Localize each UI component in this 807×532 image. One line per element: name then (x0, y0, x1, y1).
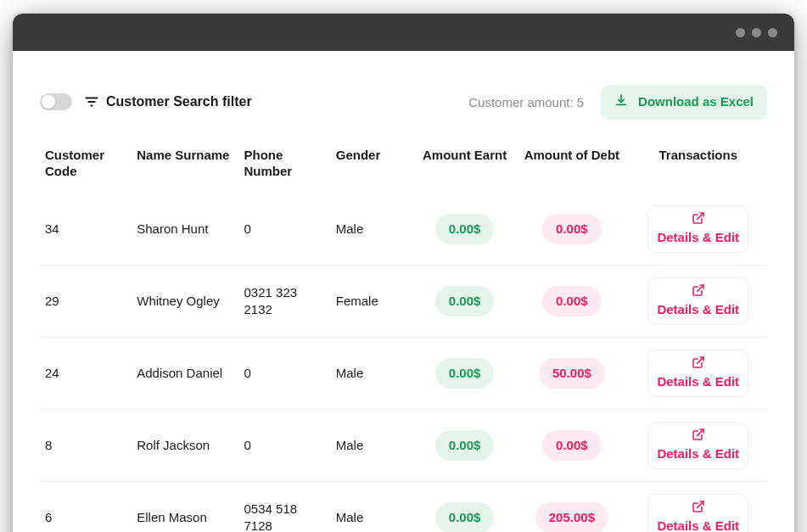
details-edit-button[interactable]: Details & Edit (647, 277, 748, 325)
cell-code: 8 (40, 409, 132, 481)
table-row: 24Addison Daniel0Male0.00$50.00$Details … (40, 337, 767, 409)
customer-amount-label: Customer amount: 5 (468, 94, 584, 111)
download-icon (614, 93, 628, 111)
table-row: 34Sharon Hunt0Male0.00$0.00$Details & Ed… (40, 193, 767, 266)
table-row: 6Ellen Mason0534 518 7128Male0.00$205.00… (40, 481, 767, 532)
action-label: Details & Edit (657, 230, 739, 245)
cell-phone: 0534 518 7128 (239, 481, 331, 532)
external-link-icon (692, 356, 705, 372)
cell-code: 6 (40, 481, 132, 532)
download-excel-button[interactable]: Download as Excel (601, 85, 767, 120)
col-transactions[interactable]: Transactions (630, 138, 767, 193)
window-dot (736, 28, 745, 37)
svg-line-8 (697, 429, 703, 435)
cell-gender: Male (331, 409, 415, 481)
col-name-surname[interactable]: Name Surname (132, 138, 238, 193)
cell-code: 34 (40, 193, 132, 266)
cell-name: Rolf Jackson (132, 409, 238, 481)
customers-table: Customer Code Name Surname Phone Number … (40, 138, 767, 532)
action-label: Details & Edit (657, 374, 739, 389)
external-link-icon (692, 500, 705, 517)
content-area: Customer Search filter Customer amount: … (13, 51, 794, 532)
action-label: Details & Edit (657, 446, 739, 462)
cell-gender: Male (331, 193, 415, 266)
amount-earnt-badge: 0.00$ (435, 358, 495, 389)
col-gender[interactable]: Gender (331, 138, 415, 193)
amount-debt-badge: 0.00$ (542, 430, 602, 461)
amount-debt-badge: 0.00$ (542, 214, 602, 244)
toolbar: Customer Search filter Customer amount: … (40, 85, 767, 120)
external-link-icon (692, 428, 705, 445)
cell-code: 29 (40, 265, 132, 337)
col-amount-debt[interactable]: Amount of Debt (514, 138, 629, 193)
filter-icon (84, 94, 99, 109)
cell-gender: Male (331, 337, 415, 409)
svg-line-7 (697, 357, 703, 363)
cell-gender: Female (331, 265, 415, 337)
amount-earnt-badge: 0.00$ (435, 286, 495, 316)
action-label: Details & Edit (657, 518, 739, 532)
amount-debt-badge: 0.00$ (542, 286, 602, 316)
cell-name: Whitney Ogley (132, 265, 238, 337)
svg-line-6 (697, 285, 703, 291)
details-edit-button[interactable]: Details & Edit (647, 350, 748, 397)
col-amount-earnt[interactable]: Amount Earnt (415, 138, 514, 193)
cell-phone: 0 (239, 337, 331, 409)
external-link-icon (692, 283, 705, 300)
amount-debt-badge: 50.00$ (539, 358, 605, 389)
table-row: 29Whitney Ogley0321 323 2132Female0.00$0… (40, 265, 767, 337)
cell-phone: 0 (239, 193, 331, 266)
cell-name: Ellen Mason (132, 481, 238, 532)
col-phone-number[interactable]: Phone Number (239, 138, 331, 193)
amount-debt-badge: 205.00$ (535, 502, 608, 532)
external-link-icon (692, 211, 705, 228)
table-row: 8Rolf Jackson0Male0.00$0.00$Details & Ed… (40, 409, 767, 481)
amount-earnt-badge: 0.00$ (435, 214, 495, 244)
amount-earnt-badge: 0.00$ (435, 430, 495, 461)
cell-phone: 0 (239, 409, 331, 481)
amount-earnt-badge: 0.00$ (435, 502, 495, 532)
details-edit-button[interactable]: Details & Edit (647, 494, 748, 532)
filter-label: Customer Search filter (106, 94, 252, 109)
cell-code: 24 (40, 337, 132, 409)
window-dot (752, 28, 761, 37)
app-window: Customer Search filter Customer amount: … (13, 14, 794, 532)
details-edit-button[interactable]: Details & Edit (647, 205, 748, 253)
titlebar (13, 14, 794, 51)
cell-name: Addison Daniel (132, 337, 238, 409)
download-label: Download as Excel (638, 94, 754, 110)
cell-phone: 0321 323 2132 (239, 265, 331, 337)
svg-line-9 (697, 501, 703, 507)
cell-name: Sharon Hunt (132, 193, 238, 266)
window-dot (768, 28, 777, 37)
filter-toggle[interactable] (40, 93, 72, 110)
svg-line-5 (697, 213, 703, 219)
cell-gender: Male (331, 481, 415, 532)
action-label: Details & Edit (657, 302, 739, 317)
details-edit-button[interactable]: Details & Edit (647, 422, 748, 469)
col-customer-code[interactable]: Customer Code (40, 138, 132, 193)
